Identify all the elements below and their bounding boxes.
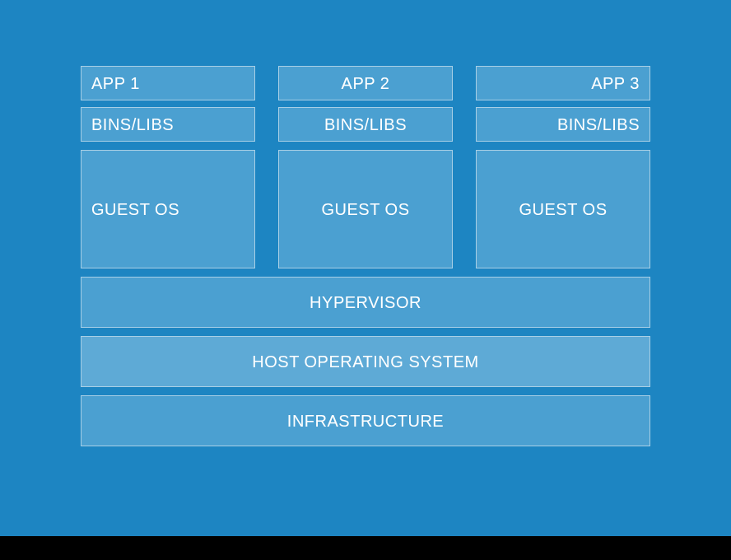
vm-column-1: APP 1 BINS/LIBS GUEST OS bbox=[81, 66, 255, 277]
infrastructure-box: INFRASTRUCTURE bbox=[81, 395, 650, 446]
base-stack: HYPERVISOR HOST OPERATING SYSTEM INFRAST… bbox=[81, 277, 650, 455]
app-box-2: APP 2 bbox=[278, 66, 453, 100]
app-box-3: APP 3 bbox=[476, 66, 650, 100]
vm-columns: APP 1 BINS/LIBS GUEST OS APP 2 BINS/LIBS… bbox=[81, 66, 650, 277]
bins-libs-box-3: BINS/LIBS bbox=[476, 107, 650, 142]
hypervisor-box: HYPERVISOR bbox=[81, 277, 650, 328]
guest-os-box-2: GUEST OS bbox=[278, 150, 453, 268]
guest-os-box-3: GUEST OS bbox=[476, 150, 650, 268]
bins-libs-box-1: BINS/LIBS bbox=[81, 107, 255, 142]
vm-architecture-diagram: APP 1 BINS/LIBS GUEST OS APP 2 BINS/LIBS… bbox=[0, 0, 731, 536]
vm-column-3: APP 3 BINS/LIBS GUEST OS bbox=[476, 66, 650, 277]
host-os-box: HOST OPERATING SYSTEM bbox=[81, 336, 650, 387]
vm-column-2: APP 2 BINS/LIBS GUEST OS bbox=[278, 66, 453, 277]
guest-os-box-1: GUEST OS bbox=[81, 150, 255, 268]
bins-libs-box-2: BINS/LIBS bbox=[278, 107, 453, 142]
app-box-1: APP 1 bbox=[81, 66, 255, 100]
